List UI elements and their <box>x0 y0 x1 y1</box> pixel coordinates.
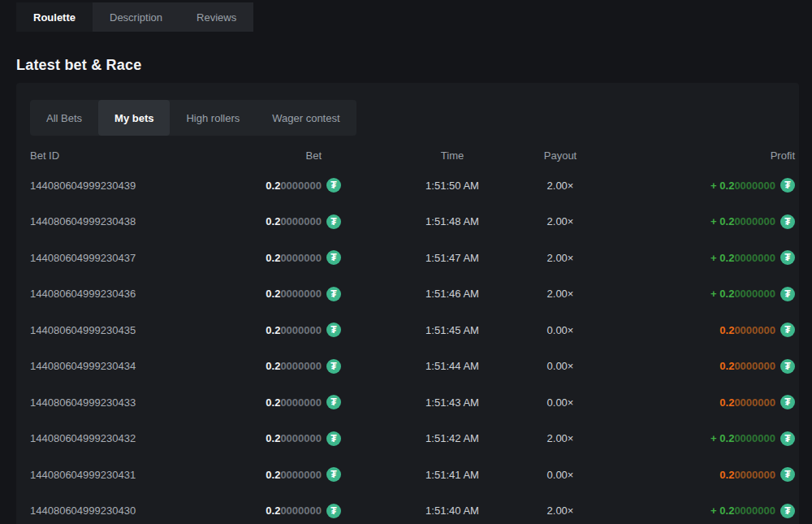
tether-icon: ₮ <box>326 287 341 301</box>
tether-icon: ₮ <box>780 287 795 301</box>
tether-icon: ₮ <box>780 431 795 446</box>
table-row[interactable]: 144080604999230431 0.20000000 ₮ 1:51:41 … <box>30 457 795 493</box>
table-header: Bet ID Bet Time Payout Profit <box>30 143 795 167</box>
tether-icon: ₮ <box>326 178 341 193</box>
bet-profit: + 0.20000000 ₮ <box>598 504 795 518</box>
bet-id-value: 144080604999230432 <box>30 432 244 444</box>
tether-icon: ₮ <box>326 323 341 337</box>
game-tab-reviews[interactable]: Reviews <box>179 2 253 32</box>
tether-icon: ₮ <box>780 467 795 482</box>
bet-time: 1:51:44 AM <box>382 360 523 372</box>
tether-icon: ₮ <box>780 214 795 229</box>
bet-time: 1:51:48 AM <box>382 215 523 227</box>
bet-amount: 0.20000000 ₮ <box>244 359 382 374</box>
table-row[interactable]: 144080604999230432 0.20000000 ₮ 1:51:42 … <box>30 421 795 457</box>
tether-icon: ₮ <box>326 214 341 229</box>
bet-id-value: 144080604999230439 <box>30 180 244 192</box>
bet-profit: 0.20000000 ₮ <box>598 323 795 337</box>
bet-amount: 0.20000000 ₮ <box>244 395 382 409</box>
bet-profit: + 0.20000000 ₮ <box>598 250 795 265</box>
column-header-profit: Profit <box>598 149 795 162</box>
bet-time: 1:51:47 AM <box>382 252 523 264</box>
bet-id-value: 144080604999230438 <box>30 215 244 227</box>
bet-id-value: 144080604999230437 <box>30 252 244 264</box>
tether-icon: ₮ <box>780 504 795 518</box>
bet-amount: 0.20000000 ₮ <box>244 504 382 518</box>
bet-payout: 2.00× <box>523 505 598 517</box>
game-tabs: RouletteDescriptionReviews <box>16 2 253 32</box>
bet-time: 1:51:43 AM <box>382 396 523 409</box>
tether-icon: ₮ <box>780 395 795 409</box>
bet-id-value: 144080604999230431 <box>30 469 244 481</box>
game-tab-roulette[interactable]: Roulette <box>16 2 93 32</box>
bet-profit: + 0.20000000 ₮ <box>598 431 795 446</box>
game-tab-description[interactable]: Description <box>93 2 179 32</box>
bet-amount: 0.20000000 ₮ <box>244 214 382 229</box>
bet-payout: 2.00× <box>523 252 598 264</box>
tether-icon: ₮ <box>326 395 341 409</box>
bets-table-body: 144080604999230439 0.20000000 ₮ 1:51:50 … <box>30 167 795 524</box>
bet-payout: 0.00× <box>523 396 598 409</box>
bet-id-value: 144080604999230435 <box>30 324 244 336</box>
filter-tab-my-bets[interactable]: My bets <box>98 100 170 136</box>
tether-icon: ₮ <box>780 359 795 374</box>
bet-profit: 0.20000000 ₮ <box>598 467 795 482</box>
bet-profit: + 0.20000000 ₮ <box>598 287 795 301</box>
bet-amount: 0.20000000 ₮ <box>244 178 382 193</box>
bet-amount: 0.20000000 ₮ <box>244 287 382 301</box>
latest-bets-panel: All BetsMy betsHigh rollersWager contest… <box>16 83 799 524</box>
column-header-payout: Payout <box>523 149 598 162</box>
tether-icon: ₮ <box>780 323 795 337</box>
bet-payout: 0.00× <box>523 360 598 372</box>
bet-id-value: 144080604999230434 <box>30 360 244 372</box>
bet-payout: 0.00× <box>523 469 598 481</box>
bet-amount: 0.20000000 ₮ <box>244 431 382 446</box>
tether-icon: ₮ <box>326 359 341 374</box>
bet-payout: 2.00× <box>523 180 598 192</box>
bet-amount: 0.20000000 ₮ <box>244 467 382 482</box>
filter-tab-all-bets[interactable]: All Bets <box>30 100 98 136</box>
tether-icon: ₮ <box>780 250 795 265</box>
tether-icon: ₮ <box>780 178 795 193</box>
bet-payout: 2.00× <box>523 288 598 300</box>
tether-icon: ₮ <box>326 250 341 265</box>
bet-id-value: 144080604999230436 <box>30 288 244 300</box>
bet-time: 1:51:50 AM <box>382 180 523 192</box>
table-row[interactable]: 144080604999230439 0.20000000 ₮ 1:51:50 … <box>30 167 795 204</box>
tether-icon: ₮ <box>326 467 341 482</box>
bet-profit: 0.20000000 ₮ <box>598 395 795 409</box>
bet-time: 1:51:42 AM <box>382 432 523 444</box>
tether-icon: ₮ <box>326 504 341 518</box>
table-row[interactable]: 144080604999230438 0.20000000 ₮ 1:51:48 … <box>30 204 795 240</box>
column-header-bet: Bet <box>244 149 382 162</box>
bet-profit: 0.20000000 ₮ <box>598 359 795 374</box>
bet-time: 1:51:45 AM <box>382 324 523 336</box>
bet-time: 1:51:40 AM <box>382 505 523 517</box>
bet-time: 1:51:46 AM <box>382 288 523 300</box>
section-title: Latest bet & Race <box>16 57 812 74</box>
bet-profit: + 0.20000000 ₮ <box>598 214 795 229</box>
tether-icon: ₮ <box>326 431 341 446</box>
bet-amount: 0.20000000 ₮ <box>244 250 382 265</box>
bet-filter-tabs: All BetsMy betsHigh rollersWager contest <box>30 100 356 136</box>
bet-amount: 0.20000000 ₮ <box>244 323 382 337</box>
filter-tab-wager-contest[interactable]: Wager contest <box>256 100 356 136</box>
table-row[interactable]: 144080604999230433 0.20000000 ₮ 1:51:43 … <box>30 384 795 421</box>
bet-profit: + 0.20000000 ₮ <box>598 178 795 193</box>
bet-id-value: 144080604999230430 <box>30 505 244 517</box>
table-row[interactable]: 144080604999230437 0.20000000 ₮ 1:51:47 … <box>30 240 795 276</box>
column-header-bet-id: Bet ID <box>30 149 244 162</box>
bet-payout: 2.00× <box>523 215 598 227</box>
table-row[interactable]: 144080604999230430 0.20000000 ₮ 1:51:40 … <box>30 493 795 524</box>
table-row[interactable]: 144080604999230435 0.20000000 ₮ 1:51:45 … <box>30 312 795 349</box>
bet-id-value: 144080604999230433 <box>30 396 244 409</box>
bet-payout: 0.00× <box>523 324 598 336</box>
bet-time: 1:51:41 AM <box>382 469 523 481</box>
bet-payout: 2.00× <box>523 432 598 444</box>
filter-tab-high-rollers[interactable]: High rollers <box>170 100 256 136</box>
page: RouletteDescriptionReviews Latest bet & … <box>0 0 812 524</box>
table-row[interactable]: 144080604999230436 0.20000000 ₮ 1:51:46 … <box>30 276 795 313</box>
column-header-time: Time <box>382 149 523 162</box>
table-row[interactable]: 144080604999230434 0.20000000 ₮ 1:51:44 … <box>30 349 795 385</box>
